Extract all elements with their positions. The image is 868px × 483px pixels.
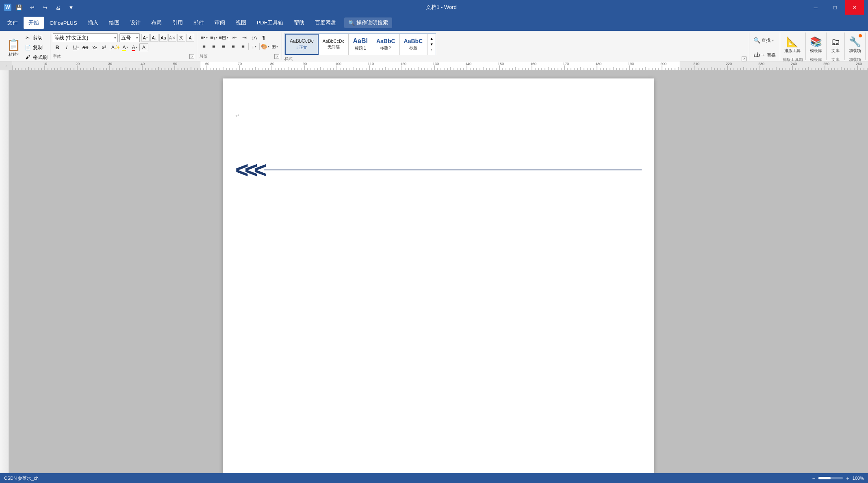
minimize-button[interactable]: ─ bbox=[806, 0, 825, 15]
menu-baidu[interactable]: 百度网盘 bbox=[310, 17, 341, 29]
paragraph-expand-button[interactable]: ↗ bbox=[274, 54, 279, 59]
multilevel-list-button[interactable]: ≡⊞▾ bbox=[219, 33, 228, 41]
strikethrough-button[interactable]: ab bbox=[81, 43, 90, 51]
zoom-level: 100% bbox=[853, 476, 864, 481]
zoom-in-button[interactable]: + bbox=[846, 475, 849, 481]
shading-button[interactable]: 🎨▾ bbox=[260, 42, 269, 50]
menu-draw[interactable]: 绘图 bbox=[104, 17, 124, 29]
align-center-button[interactable]: ≡ bbox=[209, 42, 218, 50]
styles-scroll-up[interactable]: ▲ bbox=[429, 36, 434, 41]
zoom-slider[interactable] bbox=[818, 477, 843, 479]
cut-copy-format-group: ✂ 剪切 📄 复制 🖌 格式刷 bbox=[23, 33, 48, 62]
undo-button[interactable]: ↩ bbox=[27, 2, 37, 13]
change-case-button[interactable]: Aa bbox=[159, 34, 167, 42]
decrease-indent-button[interactable]: ⇤ bbox=[230, 33, 239, 41]
style-heading2[interactable]: AaBbC 标题 2 bbox=[372, 34, 400, 55]
styles-scroll-down[interactable]: ▼ bbox=[429, 41, 434, 47]
layout-tools-icon: 📐 bbox=[786, 36, 799, 48]
paste-top: 📋 粘贴 ▾ bbox=[5, 37, 22, 58]
numbered-list-button[interactable]: ≡₁▾ bbox=[209, 33, 218, 41]
align-left-button[interactable]: ≡ bbox=[200, 42, 208, 50]
font-size-value: 五号 bbox=[121, 35, 136, 41]
font-size-selector[interactable]: 五号 ▾ bbox=[119, 33, 140, 42]
menu-review[interactable]: 审阅 bbox=[210, 17, 230, 29]
phonetic-button[interactable]: 文 bbox=[177, 34, 185, 42]
maximize-button[interactable]: □ bbox=[826, 0, 844, 15]
bold-button[interactable]: B bbox=[53, 43, 62, 51]
menu-view[interactable]: 视图 bbox=[231, 17, 251, 29]
print-preview-button[interactable]: 🖨 bbox=[53, 2, 63, 13]
line-spacing-button[interactable]: ↕▾ bbox=[250, 42, 258, 50]
layout-tools-group: 📐 排版工具 排版工具箱 bbox=[780, 33, 806, 60]
redo-button[interactable]: ↪ bbox=[40, 2, 50, 13]
paste-button[interactable]: 📋 粘贴 ▾ bbox=[5, 37, 22, 58]
menu-mailings[interactable]: 邮件 bbox=[189, 17, 209, 29]
borders-button[interactable]: ⊞▾ bbox=[270, 42, 279, 50]
style-no-space[interactable]: AaBbCcDc 无间隔 bbox=[319, 34, 349, 55]
align-right-button[interactable]: ≡ bbox=[219, 42, 228, 50]
search-help-button[interactable]: 🔍 操作说明搜索 bbox=[344, 17, 392, 28]
style-heading[interactable]: AaBbC 标题 bbox=[400, 34, 427, 55]
font-size-increase-button[interactable]: A↑ bbox=[141, 34, 150, 42]
customize-qat-button[interactable]: ▼ bbox=[66, 2, 76, 13]
zoom-slider-fill bbox=[818, 477, 831, 479]
align-justify-button[interactable]: ≡ bbox=[229, 42, 238, 50]
menu-home[interactable]: 开始 bbox=[24, 17, 44, 29]
show-marks-button[interactable]: ¶ bbox=[259, 33, 268, 41]
subscript-button[interactable]: x₂ bbox=[90, 43, 99, 51]
sort-button[interactable]: ↕A bbox=[250, 33, 258, 41]
cut-button[interactable]: ✂ bbox=[23, 33, 32, 42]
paragraph-footer: 段落 ↗ bbox=[200, 53, 279, 59]
char-shading-button[interactable]: A bbox=[186, 34, 194, 42]
bullet-list-button[interactable]: ≡•▾ bbox=[200, 33, 208, 41]
close-button[interactable]: ✕ bbox=[845, 0, 864, 15]
font-color-dropdown-icon: ▾ bbox=[136, 46, 137, 49]
styles-label: 样式 bbox=[284, 56, 293, 62]
document-area[interactable]: ↵ <<< bbox=[9, 70, 868, 481]
replace-button[interactable]: ab→ 替换 bbox=[752, 49, 777, 61]
distributed-button[interactable]: ≡ bbox=[239, 42, 247, 50]
arrow-chevrons: <<< bbox=[235, 160, 263, 180]
status-bar: CSDN 参落水_ch − + 100% bbox=[0, 473, 868, 483]
menu-officeplus[interactable]: OfficePLUS bbox=[45, 17, 82, 28]
library-button[interactable]: 🗂 文库 bbox=[829, 33, 842, 56]
zoom-out-button[interactable]: − bbox=[812, 475, 816, 481]
italic-button[interactable]: I bbox=[62, 43, 71, 51]
font-expand-button[interactable]: ↗ bbox=[189, 54, 194, 59]
library-group: 🗂 文库 文库 bbox=[827, 33, 845, 60]
style-heading1[interactable]: AaBl 标题 1 bbox=[349, 34, 372, 55]
layout-tools-button[interactable]: 📐 排版工具 bbox=[783, 33, 802, 56]
cut-row: ✂ 剪切 bbox=[23, 33, 48, 42]
clear-format-button[interactable]: A✕ bbox=[168, 34, 176, 42]
menu-design[interactable]: 设计 bbox=[125, 17, 145, 29]
format-painter-button[interactable]: 🖌 bbox=[23, 53, 32, 62]
find-button[interactable]: 🔍 查找 ▾ bbox=[752, 34, 775, 46]
font-size-decrease-button[interactable]: A↓ bbox=[150, 34, 158, 42]
copy-button[interactable]: 📄 bbox=[23, 43, 32, 52]
save-button[interactable]: 💾 bbox=[14, 2, 24, 13]
menu-pdf[interactable]: PDF工具箱 bbox=[252, 17, 288, 29]
template-button[interactable]: 📚 模板库 bbox=[808, 33, 824, 56]
font-name-selector[interactable]: 等线 (中文正文) ▾ bbox=[53, 33, 118, 42]
font-color-button[interactable]: A ▾ bbox=[130, 43, 139, 51]
underline-button[interactable]: U ▾ bbox=[72, 43, 80, 51]
shading-dropdown-icon: ▾ bbox=[268, 45, 269, 48]
increase-indent-button[interactable]: ⇥ bbox=[240, 33, 249, 41]
menu-references[interactable]: 引用 bbox=[167, 17, 188, 29]
text-effect-button[interactable]: A✨ bbox=[111, 43, 120, 51]
ruler-corner[interactable]: ↔ bbox=[0, 61, 12, 70]
addons-button[interactable]: 🔧 加载项 bbox=[847, 33, 863, 56]
styles-expand[interactable]: ↕ bbox=[429, 47, 434, 53]
menu-layout[interactable]: 布局 bbox=[146, 17, 167, 29]
menu-file[interactable]: 文件 bbox=[2, 17, 23, 29]
menu-insert[interactable]: 插入 bbox=[83, 17, 103, 29]
main-area: ↵ <<< bbox=[0, 70, 868, 481]
style-normal[interactable]: AaBbCcDc ↓ 正文 bbox=[285, 34, 319, 55]
menu-help[interactable]: 帮助 bbox=[289, 17, 309, 29]
text-highlight-button[interactable]: A ▾ bbox=[121, 43, 130, 51]
editing-group: 🔍 查找 ▾ ab→ 替换 ⊹ 选择 ▾ bbox=[749, 33, 780, 60]
document-page[interactable]: ↵ <<< bbox=[223, 78, 654, 473]
char-border-button[interactable]: A bbox=[139, 43, 148, 51]
styles-expand-button[interactable]: ↗ bbox=[742, 57, 746, 61]
superscript-button[interactable]: x² bbox=[100, 43, 108, 51]
